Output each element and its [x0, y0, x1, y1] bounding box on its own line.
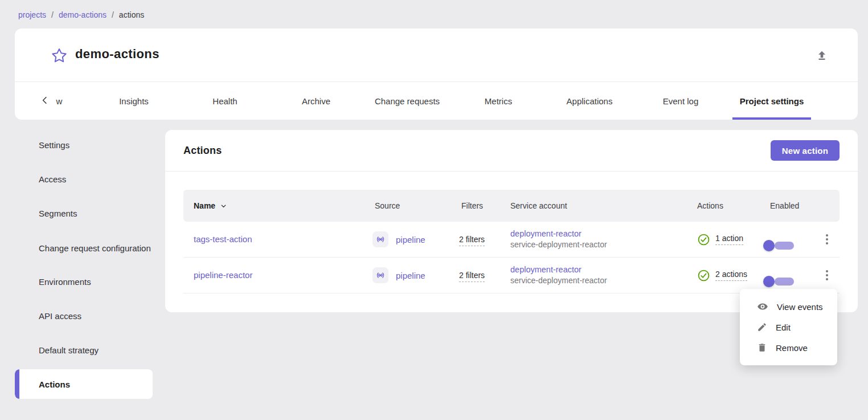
service-account-subtitle: service-deployment-reactor	[510, 275, 695, 286]
check-circle-icon	[697, 269, 710, 282]
actions-table: Name Source Filters Service account Acti…	[183, 190, 840, 293]
sidebar-item-change-request-configuration[interactable]: Change request configuration	[15, 230, 153, 266]
column-header-filters: Filters	[456, 201, 507, 210]
column-header-name[interactable]: Name	[183, 201, 365, 210]
breadcrumb-separator: /	[112, 10, 114, 19]
menu-item-label: Remove	[776, 343, 808, 353]
tab-metrics[interactable]: Metrics	[453, 82, 544, 120]
table-header-row: Name Source Filters Service account Acti…	[183, 190, 840, 222]
actions-panel: Actions New action Name Source Filters S…	[165, 130, 858, 312]
panel-divider	[165, 171, 858, 172]
tab-overview-truncated[interactable]: w	[48, 82, 71, 120]
action-name-link[interactable]: tags-test-action	[194, 234, 252, 244]
eye-icon	[757, 301, 768, 312]
upload-icon[interactable]	[816, 49, 828, 62]
menu-item-remove[interactable]: Remove	[740, 337, 837, 358]
tab-archive[interactable]: Archive	[271, 82, 362, 120]
table-row: tags-test-action pipeline 2 filters depl…	[183, 222, 840, 258]
table-row: pipeline-reactor pipeline 2 filters depl…	[183, 258, 840, 293]
signal-source-icon	[372, 231, 388, 247]
project-title-row: demo-actions	[15, 28, 858, 82]
page-title: demo-actions	[75, 47, 159, 62]
project-tabs: w Insights Health Archive Change request…	[15, 82, 858, 120]
menu-item-label: Edit	[776, 323, 791, 332]
breadcrumb: projects / demo-actions / actions	[18, 10, 144, 19]
filters-count[interactable]: 2 filters	[459, 271, 485, 282]
menu-item-label: View events	[777, 302, 823, 312]
tab-project-settings[interactable]: Project settings	[726, 82, 817, 120]
check-circle-icon	[697, 233, 710, 246]
column-header-service-account: Service account	[507, 201, 695, 210]
menu-item-view-events[interactable]: View events	[740, 296, 837, 317]
row-menu-kebab-icon[interactable]	[820, 231, 834, 248]
service-account-link[interactable]: deployment-reactor	[510, 264, 695, 275]
breadcrumb-project[interactable]: demo-actions	[59, 10, 107, 19]
column-header-name-label: Name	[194, 201, 215, 210]
row-context-menu: View events Edit Remove	[740, 289, 837, 365]
sidebar-item-access[interactable]: Access	[15, 164, 153, 194]
filters-count[interactable]: 2 filters	[459, 235, 485, 246]
trash-icon	[757, 342, 767, 353]
tab-applications[interactable]: Applications	[544, 82, 635, 120]
action-name-link[interactable]: pipeline-reactor	[194, 270, 252, 280]
breadcrumb-current: actions	[119, 10, 144, 19]
panel-title: Actions	[183, 130, 222, 171]
sidebar-item-api-access[interactable]: API access	[15, 301, 153, 331]
actions-count[interactable]: 2 actions	[715, 270, 747, 281]
sort-chevron-down-icon	[220, 202, 227, 210]
sidebar-item-settings[interactable]: Settings	[15, 130, 153, 160]
column-header-actions: Actions	[695, 201, 758, 210]
sidebar-item-default-strategy[interactable]: Default strategy	[15, 335, 153, 365]
source-link[interactable]: pipeline	[396, 235, 425, 244]
sidebar-item-segments[interactable]: Segments	[15, 198, 153, 228]
column-header-source: Source	[365, 201, 456, 210]
project-header-card: demo-actions w Insights Health Archive C…	[15, 28, 858, 120]
column-header-enabled: Enabled	[758, 201, 814, 210]
favorite-star-icon[interactable]	[51, 47, 67, 63]
menu-item-edit[interactable]: Edit	[740, 317, 837, 337]
service-account-link[interactable]: deployment-reactor	[510, 229, 695, 239]
service-account-subtitle: service-deployment-reactor	[510, 239, 695, 250]
pencil-icon	[757, 322, 767, 332]
tab-insights[interactable]: Insights	[88, 82, 179, 120]
signal-source-icon	[372, 267, 388, 283]
sidebar-item-environments[interactable]: Environments	[15, 267, 153, 296]
breadcrumb-projects[interactable]: projects	[18, 10, 46, 19]
breadcrumb-separator: /	[51, 10, 54, 19]
actions-count[interactable]: 1 action	[715, 234, 743, 245]
new-action-button[interactable]: New action	[771, 140, 840, 161]
sidebar-item-actions[interactable]: Actions	[15, 369, 153, 399]
tab-change-requests[interactable]: Change requests	[362, 82, 453, 120]
source-link[interactable]: pipeline	[396, 271, 425, 280]
tab-event-log[interactable]: Event log	[635, 82, 726, 120]
row-menu-kebab-icon[interactable]	[820, 267, 834, 284]
tab-health[interactable]: Health	[179, 82, 271, 120]
